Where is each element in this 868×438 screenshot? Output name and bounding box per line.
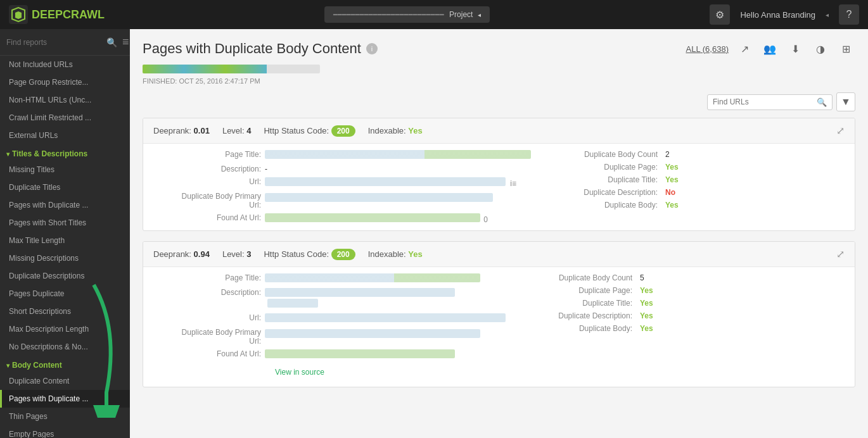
description-field-1: Description: - [153,165,531,173]
deeprank-label-1: Deeprank: 0.01 [153,126,210,135]
sidebar-item-page-group-restricted[interactable]: Page Group Restricte... [0,73,130,91]
url-expand-1[interactable]: i≡ [510,179,516,188]
sidebar-item-empty-pages[interactable]: Empty Pages [0,425,130,438]
sidebar-item-duplicate-content[interactable]: Duplicate Content [0,372,130,390]
sidebar-item-thin-pages[interactable]: Thin Pages [0,408,130,425]
level-label-1: Level: 4 [222,126,252,135]
url-value-1 [265,177,506,186]
dup-body-primary-url-value-1 [265,193,493,202]
dup-body-field-2: Duplicate Body: Yes [525,324,845,333]
dup-body-primary-url-field-2: Duplicate Body PrimaryUrl: [153,328,506,346]
dup-body-count-field-2: Duplicate Body Count 5 [525,273,845,282]
page-title-value-1 [265,150,531,159]
sidebar-item-crawl-limit-restricted[interactable]: Crawl Limit Restricted ... [0,109,130,127]
record-fields-left-2: Page Title: Description: Url: [153,273,506,380]
indexable-label-2: Indexable: Yes [368,249,423,259]
download-icon[interactable]: ⬇ [786,39,805,58]
logo-text: DEEPCRAWL [32,8,105,22]
dup-page-field-2: Duplicate Page: Yes [525,286,845,295]
all-count[interactable]: ALL (6,638) [686,44,729,54]
dup-body-count-field-1: Duplicate Body Count 2 [550,150,845,159]
logo-icon [9,5,28,24]
page-title-field-1: Page Title: [153,150,531,161]
record-header-2: Deeprank: 0.94 Level: 3 Http Status Code… [143,242,855,267]
page-title-row: Pages with Duplicate Body Content i [143,41,378,57]
found-at-url-field-2: Found At Url: [153,349,506,360]
progress-bar [143,65,320,73]
sidebar-item-external-urls[interactable]: External URLs [0,127,130,144]
url-value-2 [265,313,506,322]
users-icon[interactable]: 👥 [760,39,779,58]
sidebar-item-pages-with-duplicate-titles[interactable]: Pages with Duplicate ... [0,196,130,214]
sidebar-item-non-html-urls[interactable]: Non-HTML URLs (Unc... [0,91,130,109]
chart-icon[interactable]: ◑ [811,39,830,58]
svg-marker-2 [15,11,22,19]
expand-icon-1[interactable]: ⤢ [836,125,845,137]
user-dropdown-arrow[interactable]: ◂ [826,11,829,18]
record-fields-right-2: Duplicate Body Count 5 Duplicate Page: Y… [518,273,845,380]
grid-icon[interactable]: ⊞ [836,39,855,58]
http-status-label-2: Http Status Code: 200 [264,249,355,259]
found-at-url-field-1: Found At Url: 0 [153,213,531,224]
url-field-2: Url: [153,313,506,324]
dup-title-field-1: Duplicate Title: Yes [550,175,845,184]
record-card-2: Deeprank: 0.94 Level: 3 Http Status Code… [143,241,855,387]
page-title: Pages with Duplicate Body Content [143,41,361,57]
sidebar-item-pages-with-duplicate-body[interactable]: Pages with Duplicate ... [0,390,130,408]
dup-title-field-2: Duplicate Title: Yes [525,299,845,308]
finished-label: FINISHED: OCT 25, 2016 2:47:17 PM [143,77,855,85]
record-body-1: Page Title: Description: - Url: i≡ [143,144,855,230]
sidebar-section-body-content[interactable]: Body Content [0,356,130,372]
progress-bar-fill [143,65,267,73]
found-at-url-num-1: 0 [483,215,488,224]
dup-body-primary-url-field-1: Duplicate Body PrimaryUrl: [153,192,531,210]
dup-body-field-1: Duplicate Body: Yes [550,201,845,210]
help-button[interactable]: ? [839,4,859,25]
sidebar-item-duplicate-titles[interactable]: Duplicate Titles [0,178,130,196]
sidebar-search-input[interactable] [6,38,101,47]
sidebar-item-not-included-urls[interactable]: Not Included URLs [0,56,130,73]
view-source-link[interactable]: View in source [153,364,506,380]
settings-button[interactable]: ⚙ [710,4,730,25]
found-at-url-value-2 [265,349,455,358]
description-value-2b [267,299,318,308]
sidebar-menu-icon[interactable]: ≡ [122,35,129,49]
sidebar-search-bar[interactable]: 🔍 ≡ [0,29,130,56]
sidebar-item-missing-titles[interactable]: Missing Titles [0,161,130,178]
record-fields-left-1: Page Title: Description: - Url: i≡ [153,150,531,224]
sidebar-section-titles-descriptions[interactable]: Titles & Descriptions [0,144,130,161]
sidebar-item-missing-descriptions[interactable]: Missing Descriptions [0,249,130,267]
share-icon[interactable]: ↗ [735,39,754,58]
url-search-icon: 🔍 [817,97,827,107]
dup-description-field-2: Duplicate Description: Yes [525,311,845,320]
top-nav-center: ━━━━━━━━━━━━━━━━━━━━━━━━━ Project ◂ [111,6,703,23]
expand-icon-2[interactable]: ⤢ [836,248,845,260]
sidebar: 🔍 ≡ Not Included URLs Page Group Restric… [0,29,130,438]
logo[interactable]: DEEPCRAWL [9,5,105,24]
user-label: Hello Anna Branding [740,10,815,20]
sidebar-item-max-title-length[interactable]: Max Title Length [0,232,130,249]
dup-page-field-1: Duplicate Page: Yes [550,163,845,172]
found-at-url-value-1 [265,213,480,222]
record-card-1: Deeprank: 0.01 Level: 4 Http Status Code… [143,118,855,231]
info-icon[interactable]: i [366,43,378,54]
level-label-2: Level: 3 [222,249,252,259]
deeprank-label-2: Deeprank: 0.94 [153,249,210,259]
top-nav: DEEPCRAWL ━━━━━━━━━━━━━━━━━━━━━━━━━ Proj… [0,0,868,29]
sidebar-item-no-descriptions[interactable]: No Descriptions & No... [0,338,130,356]
indexable-label-1: Indexable: Yes [368,126,423,135]
filter-bar: 🔍 ▼ [143,92,855,111]
http-status-label-1: Http Status Code: 200 [264,126,355,135]
sidebar-item-short-descriptions[interactable]: Short Descriptions [0,303,130,320]
sidebar-item-pages-duplicate[interactable]: Pages Duplicate [0,285,130,303]
project-dropdown[interactable]: ━━━━━━━━━━━━━━━━━━━━━━━━━ Project ◂ [324,6,490,23]
sidebar-item-duplicate-descriptions[interactable]: Duplicate Descriptions [0,267,130,285]
page-header-right: ALL (6,638) ↗ 👥 ⬇ ◑ ⊞ [686,39,856,58]
filter-icon[interactable]: ▼ [836,92,855,111]
record-header-1: Deeprank: 0.01 Level: 4 Http Status Code… [143,118,855,144]
url-search-wrap[interactable]: 🔍 [707,94,833,110]
sidebar-search-icon: 🔍 [106,37,117,47]
sidebar-item-pages-short-titles[interactable]: Pages with Short Titles [0,214,130,232]
url-search-input[interactable] [713,97,814,106]
sidebar-item-max-description-length[interactable]: Max Description Length [0,320,130,338]
